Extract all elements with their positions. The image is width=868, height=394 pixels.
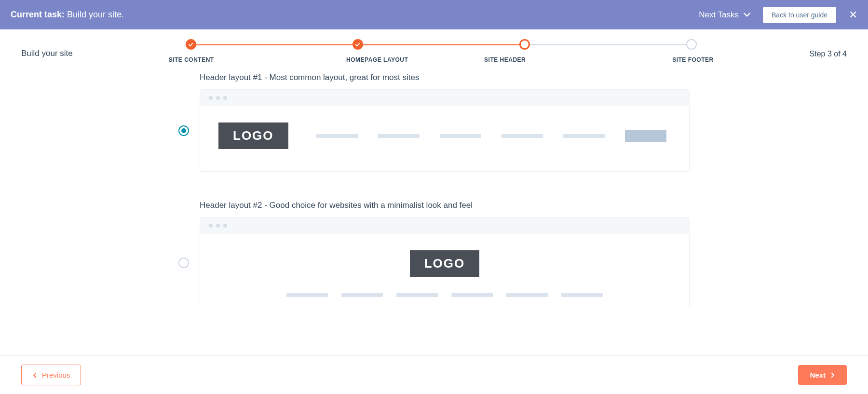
step-track-segment: [191, 44, 356, 45]
window-dot-icon: [216, 96, 220, 100]
option-group: Header layout #2 - Good choice for websi…: [178, 201, 690, 308]
nav-placeholder: [440, 134, 481, 138]
preview-browser-bar: [200, 217, 689, 234]
logo-placeholder: LOGO: [410, 250, 480, 277]
next-tasks-label: Next Tasks: [699, 10, 739, 20]
nav-placeholder-group: [316, 130, 666, 142]
preview-body: LOGO: [200, 106, 689, 171]
check-icon: [355, 42, 360, 47]
nav-placeholder: [316, 134, 358, 138]
nav-placeholder: [396, 293, 438, 297]
nav-placeholder: [378, 134, 420, 138]
page-title: Build your site: [21, 49, 73, 58]
preview-body: LOGO: [200, 234, 689, 308]
step-node-site-footer[interactable]: [686, 39, 697, 50]
back-to-user-guide-button[interactable]: Back to user guide: [763, 7, 836, 23]
window-dot-icon: [216, 224, 220, 228]
step-label: SITE FOOTER: [586, 56, 714, 63]
radio-header-layout-1[interactable]: [178, 125, 189, 136]
step-label: SITE CONTENT: [169, 56, 297, 63]
window-dot-icon: [223, 224, 227, 228]
layout-preview-card[interactable]: LOGO: [200, 89, 690, 172]
step-track-segment: [356, 44, 526, 45]
step-counter: Step 3 of 4: [810, 50, 847, 58]
nav-placeholder: [506, 293, 548, 297]
wizard-stepper: SITE CONTENT HOMEPAGE LAYOUT SITE HEADER…: [186, 39, 697, 63]
option-row: LOGO: [178, 217, 690, 308]
window-dot-icon: [209, 96, 213, 100]
chevron-down-icon: [744, 12, 750, 18]
step-node-site-content[interactable]: [186, 39, 196, 50]
window-dot-icon: [223, 96, 227, 100]
banner-actions: Next Tasks Back to user guide ✕: [699, 7, 857, 23]
header-layout-options: Header layout #1 - Most common layout, g…: [178, 73, 690, 394]
window-dot-icon: [209, 224, 213, 228]
nav-placeholder-group: [286, 293, 603, 297]
task-prefix: Current task:: [11, 10, 65, 19]
task-banner: Current task: Build your site. Next Task…: [0, 0, 868, 29]
nav-placeholder: [341, 293, 383, 297]
option-row: LOGO: [178, 89, 690, 172]
step-label: SITE HEADER: [441, 56, 569, 63]
current-task-label: Current task: Build your site.: [11, 10, 124, 20]
chevron-left-icon: [32, 373, 37, 378]
step-track-segment: [526, 44, 691, 45]
cta-placeholder: [625, 130, 666, 142]
preview-browser-bar: [200, 90, 689, 106]
option-description: Header layout #1 - Most common layout, g…: [178, 73, 690, 82]
wizard-nav-bar: Previous Next: [0, 355, 868, 394]
option-group: Header layout #1 - Most common layout, g…: [178, 73, 690, 172]
radio-header-layout-2[interactable]: [178, 258, 189, 268]
next-tasks-dropdown[interactable]: Next Tasks: [699, 10, 750, 20]
step-label: HOMEPAGE LAYOUT: [313, 56, 441, 63]
previous-label: Previous: [42, 371, 70, 379]
nav-placeholder: [502, 134, 543, 138]
logo-placeholder: LOGO: [218, 122, 288, 149]
stepper-section: Build your site SITE CONTENT HOMEPAGE LA…: [0, 29, 868, 63]
nav-placeholder: [563, 134, 605, 138]
step-node-site-header[interactable]: [519, 39, 530, 50]
close-icon[interactable]: ✕: [849, 10, 857, 20]
nav-placeholder: [451, 293, 493, 297]
nav-placeholder: [286, 293, 328, 297]
layout-preview-card[interactable]: LOGO: [200, 217, 690, 308]
option-description: Header layout #2 - Good choice for websi…: [178, 201, 690, 210]
nav-placeholder: [561, 293, 603, 297]
next-button[interactable]: Next: [798, 365, 847, 385]
previous-button[interactable]: Previous: [21, 365, 81, 385]
next-label: Next: [810, 371, 826, 379]
chevron-right-icon: [830, 373, 835, 378]
check-icon: [188, 42, 193, 47]
step-node-homepage-layout[interactable]: [353, 39, 363, 50]
task-name: Build your site.: [67, 10, 124, 19]
